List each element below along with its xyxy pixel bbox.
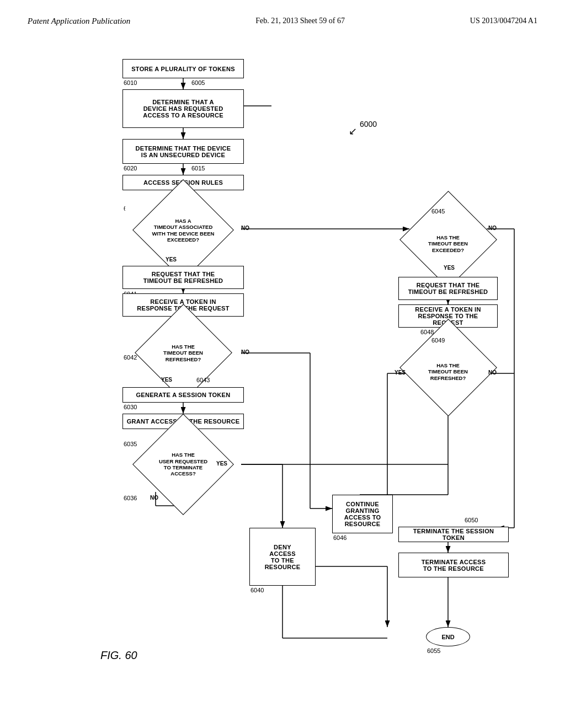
yes-refreshed-2: YES — [395, 370, 406, 376]
label-6040: 6040 — [250, 587, 264, 593]
determine-unsecured-label: DETERMINE THAT THE DEVICE IS AN UNSECURE… — [136, 145, 231, 158]
page: Patent Application Publication Feb. 21, … — [0, 0, 565, 728]
label-6050: 6050 — [465, 517, 478, 523]
label-6045: 6045 — [431, 208, 445, 215]
determine-requested-box: DETERMINE THAT A DEVICE HAS REQUESTED AC… — [122, 89, 244, 128]
generate-session-box: GENERATE A SESSION TOKEN — [122, 387, 244, 403]
no-refreshed-2: NO — [488, 370, 497, 376]
request-refresh-1-box: REQUEST THAT THE TIMEOUT BE REFRESHED — [122, 266, 244, 289]
label-6049: 6049 — [431, 337, 445, 344]
label-6000: 6000 — [360, 120, 377, 129]
label-6015: 6015 — [191, 165, 205, 172]
request-refresh-2-label: REQUEST THAT THE TIMEOUT BE REFRESHED — [408, 282, 488, 295]
yes-left-diamond: YES — [166, 256, 177, 263]
label-6046: 6046 — [333, 534, 347, 541]
has-refreshed-2-diamond: HAS THETIMEOUT BEENREFRESHED? — [412, 336, 484, 408]
determine-requested-label: DETERMINE THAT A DEVICE HAS REQUESTED AC… — [143, 99, 223, 119]
generate-session-label: GENERATE A SESSION TOKEN — [136, 392, 230, 398]
determine-unsecured-box: DETERMINE THAT THE DEVICE IS AN UNSECURE… — [122, 139, 244, 164]
bracket-6000: ↙ — [349, 125, 357, 137]
store-tokens-box: STORE A PLURALITY OF TOKENS — [122, 59, 244, 78]
label-6035: 6035 — [124, 441, 137, 447]
yes-refreshed-1: YES — [161, 377, 172, 383]
flowchart: STORE A PLURALITY OF TOKENS 6010 6005 DE… — [34, 48, 531, 682]
label-6020: 6020 — [124, 165, 137, 172]
header-date-sheet: Feb. 21, 2013 Sheet 59 of 67 — [255, 17, 345, 25]
no-left-diamond: NO — [241, 225, 249, 231]
has-timeout-left-diamond: HAS ATIMEOUT ASSOCIATEDWITH THE DEVICE B… — [125, 204, 241, 256]
no-terminate: NO — [150, 495, 158, 501]
request-refresh-2-box: REQUEST THAT THE TIMEOUT BE REFRESHED — [398, 277, 498, 300]
terminate-access-box: TERMINATE ACCESS TO THE RESOURCE — [398, 553, 509, 577]
header-publication: Patent Application Publication — [28, 17, 130, 26]
has-refreshed-1-diamond: HAS THETIMEOUT BEENREFRESHED? — [125, 328, 241, 378]
no-timeout-right: NO — [488, 225, 497, 231]
label-6036: 6036 — [124, 495, 137, 501]
terminate-access-label: TERMINATE ACCESS TO THE RESOURCE — [422, 559, 486, 572]
request-refresh-1-label: REQUEST THAT THE TIMEOUT BE REFRESHED — [143, 271, 223, 284]
page-header: Patent Application Publication Feb. 21, … — [28, 17, 537, 26]
label-6042: 6042 — [124, 354, 137, 361]
label-6043: 6043 — [196, 377, 210, 383]
end-label: END — [441, 634, 454, 640]
label-6005: 6005 — [191, 79, 205, 86]
end-oval: END — [426, 627, 470, 646]
yes-timeout-right: YES — [444, 265, 455, 271]
terminate-session-label: TERMINATE THE SESSION TOKEN — [402, 528, 505, 541]
store-tokens-label: STORE A PLURALITY OF TOKENS — [131, 66, 235, 72]
label-6055: 6055 — [427, 647, 440, 654]
continue-granting-box: CONTINUE GRANTING ACCESS TO RESOURCE — [332, 495, 393, 533]
fig-label: FIG. 60 — [100, 649, 137, 662]
no-refreshed-1: NO — [241, 349, 249, 355]
label-6010: 6010 — [124, 79, 137, 86]
deny-access-box: DENY ACCESS TO THE RESOURCE — [249, 528, 316, 586]
header-patent-num: US 2013/0047204 A1 — [470, 17, 537, 25]
label-6030: 6030 — [124, 404, 137, 410]
deny-access-label: DENY ACCESS TO THE RESOURCE — [265, 544, 301, 570]
continue-granting-label: CONTINUE GRANTING ACCESS TO RESOURCE — [344, 501, 381, 527]
terminate-session-box: TERMINATE THE SESSION TOKEN — [398, 527, 509, 542]
